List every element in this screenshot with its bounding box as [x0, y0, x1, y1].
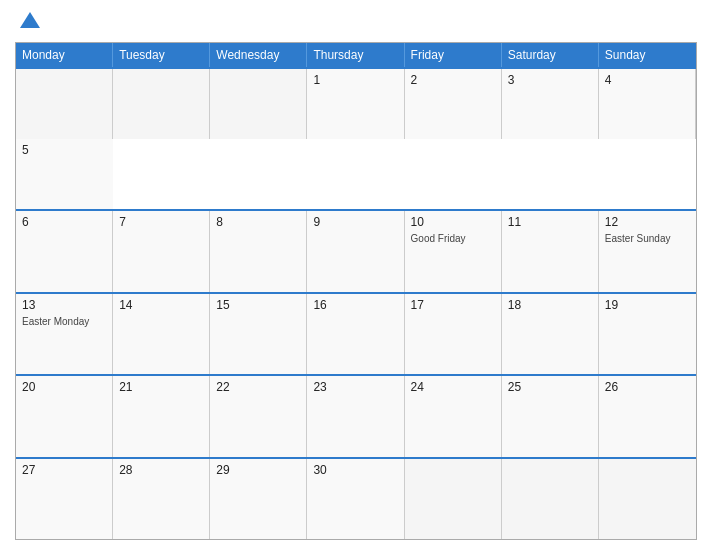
calendar-cell: 8 — [210, 211, 307, 292]
day-number: 23 — [313, 380, 397, 394]
calendar-header-row: MondayTuesdayWednesdayThursdayFridaySatu… — [16, 43, 696, 67]
day-number: 13 — [22, 298, 106, 312]
calendar-page: MondayTuesdayWednesdayThursdayFridaySatu… — [0, 0, 712, 550]
day-event: Easter Sunday — [605, 233, 690, 244]
calendar-cell: 10Good Friday — [405, 211, 502, 292]
day-number: 25 — [508, 380, 592, 394]
calendar-cell: 25 — [502, 376, 599, 457]
weekday-header: Tuesday — [113, 43, 210, 67]
calendar-cell: 16 — [307, 294, 404, 375]
day-number: 19 — [605, 298, 690, 312]
day-number: 18 — [508, 298, 592, 312]
logo — [15, 10, 42, 34]
day-number: 17 — [411, 298, 495, 312]
day-number: 7 — [119, 215, 203, 229]
calendar-cell: 21 — [113, 376, 210, 457]
weekday-header: Sunday — [599, 43, 696, 67]
day-number: 29 — [216, 463, 300, 477]
day-number: 26 — [605, 380, 690, 394]
calendar-week: 12345 — [16, 67, 696, 209]
calendar-cell: 6 — [16, 211, 113, 292]
day-number: 6 — [22, 215, 106, 229]
calendar-cell: 2 — [405, 69, 502, 139]
calendar-cell: 26 — [599, 376, 696, 457]
day-event: Easter Monday — [22, 316, 106, 327]
calendar-cell: 15 — [210, 294, 307, 375]
calendar-cell: 3 — [502, 69, 599, 139]
calendar-cell: 29 — [210, 459, 307, 540]
weekday-header: Wednesday — [210, 43, 307, 67]
calendar-cell: 27 — [16, 459, 113, 540]
svg-marker-0 — [20, 12, 40, 28]
calendar-cell: 24 — [405, 376, 502, 457]
calendar-cell — [502, 459, 599, 540]
day-number: 21 — [119, 380, 203, 394]
day-number: 22 — [216, 380, 300, 394]
calendar-cell: 23 — [307, 376, 404, 457]
page-header — [15, 10, 697, 34]
weekday-header: Monday — [16, 43, 113, 67]
calendar-week: 678910Good Friday1112Easter Sunday — [16, 209, 696, 292]
day-number: 5 — [22, 143, 107, 157]
calendar-cell: 5 — [16, 139, 113, 209]
day-number: 30 — [313, 463, 397, 477]
day-number: 8 — [216, 215, 300, 229]
calendar-cell: 1 — [307, 69, 404, 139]
day-number: 12 — [605, 215, 690, 229]
day-number: 14 — [119, 298, 203, 312]
calendar-cell: 20 — [16, 376, 113, 457]
calendar-week: 20212223242526 — [16, 374, 696, 457]
day-number: 9 — [313, 215, 397, 229]
calendar-cell: 13Easter Monday — [16, 294, 113, 375]
calendar-cell — [16, 69, 113, 139]
weekday-header: Friday — [405, 43, 502, 67]
calendar-grid: MondayTuesdayWednesdayThursdayFridaySatu… — [15, 42, 697, 540]
day-number: 24 — [411, 380, 495, 394]
calendar-cell: 30 — [307, 459, 404, 540]
calendar-cell: 18 — [502, 294, 599, 375]
calendar-cell: 11 — [502, 211, 599, 292]
day-number: 15 — [216, 298, 300, 312]
day-number: 28 — [119, 463, 203, 477]
calendar-body: 12345678910Good Friday1112Easter Sunday1… — [16, 67, 696, 539]
calendar-week: 27282930 — [16, 457, 696, 540]
day-event: Good Friday — [411, 233, 495, 244]
day-number: 27 — [22, 463, 106, 477]
calendar-cell: 17 — [405, 294, 502, 375]
logo-icon — [18, 10, 42, 34]
calendar-cell: 12Easter Sunday — [599, 211, 696, 292]
day-number: 20 — [22, 380, 106, 394]
day-number: 11 — [508, 215, 592, 229]
calendar-cell: 14 — [113, 294, 210, 375]
calendar-cell — [210, 69, 307, 139]
calendar-cell — [113, 69, 210, 139]
calendar-cell — [405, 459, 502, 540]
calendar-cell: 7 — [113, 211, 210, 292]
weekday-header: Thursday — [307, 43, 404, 67]
calendar-cell: 9 — [307, 211, 404, 292]
calendar-cell: 19 — [599, 294, 696, 375]
calendar-cell: 22 — [210, 376, 307, 457]
day-number: 16 — [313, 298, 397, 312]
day-number: 10 — [411, 215, 495, 229]
weekday-header: Saturday — [502, 43, 599, 67]
day-number: 3 — [508, 73, 592, 87]
day-number: 2 — [411, 73, 495, 87]
day-number: 4 — [605, 73, 689, 87]
calendar-week: 13Easter Monday141516171819 — [16, 292, 696, 375]
calendar-cell: 4 — [599, 69, 696, 139]
day-number: 1 — [313, 73, 397, 87]
calendar-cell: 28 — [113, 459, 210, 540]
calendar-cell — [599, 459, 696, 540]
